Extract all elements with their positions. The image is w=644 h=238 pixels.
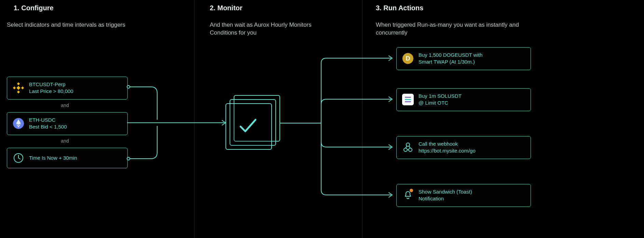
action-card: Buy 1m SOLUSDT @ Limit OTC bbox=[396, 88, 531, 111]
svg-rect-13 bbox=[405, 101, 411, 102]
webhook-icon bbox=[402, 142, 414, 153]
connector-left bbox=[127, 77, 226, 172]
sol-icon bbox=[402, 94, 414, 105]
svg-rect-12 bbox=[405, 99, 411, 100]
separator bbox=[194, 0, 194, 238]
workflow-diagram: 1. Configure Select indicators and time … bbox=[0, 0, 644, 238]
trigger-text: Time Is Now + 30min bbox=[29, 155, 77, 161]
separator bbox=[362, 0, 362, 238]
joiner-and: and bbox=[55, 138, 75, 144]
action-text: Buy 1,500 DOGEUSDT with Smart TWAP (At 1… bbox=[419, 52, 482, 66]
binance-icon bbox=[13, 82, 24, 94]
bell-icon bbox=[402, 189, 414, 201]
trigger-text: BTCUSDT-Perp Last Price > 80,000 bbox=[29, 81, 73, 95]
col2-title: 2. Monitor bbox=[210, 4, 243, 12]
svg-rect-11 bbox=[405, 97, 411, 98]
eth-icon bbox=[13, 118, 24, 129]
doge-icon: D bbox=[402, 53, 414, 64]
action-card: D Buy 1,500 DOGEUSDT with Smart TWAP (At… bbox=[396, 47, 531, 70]
action-card: Show Sandwich (Toast) Notification bbox=[396, 184, 531, 207]
col1-sub: Select indicators and time intervals as … bbox=[7, 21, 125, 29]
col2-sub: And then wait as Aurox Hourly Monitors C… bbox=[210, 21, 333, 37]
connector-right bbox=[280, 51, 396, 229]
col3-sub: When triggered Run-as-many you want as i… bbox=[376, 21, 526, 37]
trigger-text: ETH-USDC Best Bid < 1,500 bbox=[29, 117, 67, 131]
svg-rect-4 bbox=[16, 86, 20, 90]
svg-point-15 bbox=[409, 148, 412, 151]
svg-rect-3 bbox=[21, 87, 24, 89]
trigger-card: ETH-USDC Best Bid < 1,500 bbox=[7, 112, 128, 135]
trigger-card: Time Is Now + 30min bbox=[7, 148, 128, 168]
action-text: Call the webhook https://bot.mysite.com/… bbox=[419, 141, 476, 155]
svg-rect-0 bbox=[17, 82, 20, 85]
col1-title: 1. Configure bbox=[14, 4, 54, 12]
svg-rect-2 bbox=[13, 87, 16, 89]
svg-point-14 bbox=[404, 148, 407, 151]
joiner-and: and bbox=[55, 103, 75, 108]
col3-title: 3. Run Actions bbox=[376, 4, 423, 12]
trigger-card: BTCUSDT-Perp Last Price > 80,000 bbox=[7, 77, 128, 100]
action-text: Show Sandwich (Toast) Notification bbox=[419, 188, 472, 202]
action-card: Call the webhook https://bot.mysite.com/… bbox=[396, 136, 531, 159]
svg-rect-1 bbox=[17, 91, 20, 93]
check-icon bbox=[225, 103, 271, 148]
monitor-check bbox=[225, 95, 280, 150]
clock-icon bbox=[13, 152, 24, 164]
svg-text:D: D bbox=[406, 55, 410, 62]
action-text: Buy 1m SOLUSDT @ Limit OTC bbox=[419, 93, 462, 107]
